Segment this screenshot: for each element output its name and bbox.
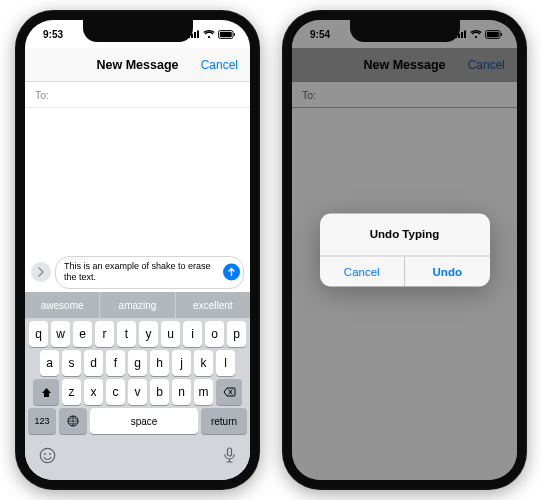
key-u[interactable]: u [161, 321, 180, 347]
status-time: 9:53 [43, 29, 77, 40]
keyboard-row: a s d f g h j k l [25, 347, 250, 376]
battery-icon [485, 30, 503, 39]
emoji-icon[interactable] [39, 447, 56, 467]
predictive-suggestion[interactable]: amazing [100, 292, 175, 318]
status-indicators [188, 30, 236, 39]
return-key[interactable]: return [201, 408, 247, 434]
svg-rect-5 [220, 31, 232, 36]
message-text: This is an example of shake to erase the… [64, 261, 211, 282]
key-d[interactable]: d [84, 350, 103, 376]
keyboard: awesome amazing excellent q w e r t y u … [25, 292, 250, 480]
key-g[interactable]: g [128, 350, 147, 376]
key-s[interactable]: s [62, 350, 81, 376]
svg-rect-13 [458, 34, 460, 39]
key-e[interactable]: e [73, 321, 92, 347]
key-n[interactable]: n [172, 379, 191, 405]
to-label: To: [35, 89, 49, 101]
wifi-icon [203, 30, 215, 39]
svg-point-10 [49, 453, 51, 455]
notch [350, 20, 460, 42]
battery-icon [218, 30, 236, 39]
screen: 9:54 New Message Cancel To: Undo Typ [292, 20, 517, 480]
key-b[interactable]: b [150, 379, 169, 405]
key-t[interactable]: t [117, 321, 136, 347]
svg-rect-1 [191, 34, 193, 39]
predictive-suggestion[interactable]: awesome [25, 292, 100, 318]
keyboard-row: 123 space return [25, 405, 250, 434]
key-r[interactable]: r [95, 321, 114, 347]
svg-rect-11 [228, 448, 232, 456]
key-w[interactable]: w [51, 321, 70, 347]
svg-rect-15 [464, 31, 466, 39]
dictation-icon[interactable] [223, 447, 236, 467]
iphone-left: 9:53 New Message Cancel To: [15, 10, 260, 490]
numeric-key[interactable]: 123 [28, 408, 56, 434]
key-q[interactable]: q [29, 321, 48, 347]
to-field-row[interactable]: To: [25, 82, 250, 108]
expand-apps-button[interactable] [31, 262, 51, 282]
cancel-button[interactable]: Cancel [201, 58, 238, 72]
send-button[interactable] [223, 264, 240, 281]
key-a[interactable]: a [40, 350, 59, 376]
keyboard-row: q w e r t y u i o p [25, 318, 250, 347]
screen: 9:53 New Message Cancel To: [25, 20, 250, 480]
alert-undo-button[interactable]: Undo [404, 257, 490, 287]
key-l[interactable]: l [216, 350, 235, 376]
predictive-bar: awesome amazing excellent [25, 292, 250, 318]
svg-rect-18 [501, 33, 502, 36]
key-o[interactable]: o [205, 321, 224, 347]
keyboard-row: z x c v b n m [25, 376, 250, 405]
undo-alert: Undo Typing Cancel Undo [320, 214, 490, 287]
svg-point-9 [44, 453, 46, 455]
key-f[interactable]: f [106, 350, 125, 376]
key-v[interactable]: v [128, 379, 147, 405]
alert-title: Undo Typing [320, 214, 490, 256]
alert-buttons: Cancel Undo [320, 256, 490, 287]
wifi-icon [470, 30, 482, 39]
key-j[interactable]: j [172, 350, 191, 376]
key-h[interactable]: h [150, 350, 169, 376]
svg-rect-2 [194, 32, 196, 38]
backspace-key[interactable] [216, 379, 242, 405]
svg-rect-6 [234, 33, 235, 36]
key-p[interactable]: p [227, 321, 246, 347]
space-key[interactable]: space [90, 408, 198, 434]
nav-title: New Message [97, 58, 179, 72]
svg-rect-3 [197, 31, 199, 39]
compose-row: This is an example of shake to erase the… [31, 256, 244, 289]
key-k[interactable]: k [194, 350, 213, 376]
key-i[interactable]: i [183, 321, 202, 347]
svg-rect-14 [461, 32, 463, 38]
predictive-suggestion[interactable]: excellent [176, 292, 250, 318]
status-time: 9:54 [310, 29, 344, 40]
svg-point-8 [40, 448, 54, 462]
key-c[interactable]: c [106, 379, 125, 405]
key-x[interactable]: x [84, 379, 103, 405]
key-m[interactable]: m [194, 379, 213, 405]
keyboard-bottom-bar [25, 434, 250, 480]
key-z[interactable]: z [62, 379, 81, 405]
shift-key[interactable] [33, 379, 59, 405]
message-input[interactable]: This is an example of shake to erase the… [55, 256, 244, 289]
alert-cancel-button[interactable]: Cancel [320, 257, 405, 287]
svg-rect-17 [487, 31, 499, 36]
emoji-key[interactable] [59, 408, 87, 434]
key-y[interactable]: y [139, 321, 158, 347]
nav-bar: New Message Cancel [25, 48, 250, 82]
notch [83, 20, 193, 42]
status-indicators [455, 30, 503, 39]
iphone-right: 9:54 New Message Cancel To: Undo Typ [282, 10, 527, 490]
